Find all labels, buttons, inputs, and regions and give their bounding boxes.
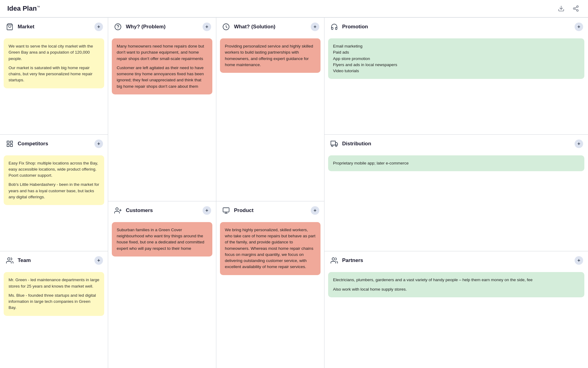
why-problem-content: Many homeowners need home repairs done b…	[108, 36, 216, 201]
what-solution-content: Providing personalized service and highl…	[216, 36, 324, 201]
team-title: Team	[18, 257, 91, 264]
competitors-title: Competitors	[18, 141, 91, 147]
promotion-card: Email marketingPaid adsApp store promoti…	[328, 38, 584, 79]
section-why-problem: Why? (Problem) + Many homeowners need ho…	[108, 18, 216, 201]
competitors-content: Easy Fix Shop: multiple locations across…	[0, 153, 108, 251]
distribution-icon	[329, 139, 339, 149]
canvas: Market + We want to serve the local city…	[0, 17, 588, 368]
market-title: Market	[18, 24, 91, 30]
market-card: We want to serve the local city market w…	[4, 38, 104, 88]
promotion-title: Promotion	[342, 24, 572, 30]
svg-rect-7	[7, 141, 9, 143]
svg-point-11	[8, 258, 10, 260]
column-right: Promotion + Email marketingPaid adsApp s…	[324, 18, 588, 368]
distribution-content: Proprietary mobile app; later e-commerce	[324, 153, 588, 251]
svg-point-25	[332, 258, 335, 260]
partners-content: Electricians, plumbers, gardeners and a …	[324, 270, 588, 368]
distribution-header: Distribution +	[324, 135, 588, 153]
distribution-add-button[interactable]: +	[575, 140, 583, 148]
product-card: We bring highly personalized, skilled wo…	[220, 222, 321, 275]
competitors-card: Easy Fix Shop: multiple locations across…	[4, 155, 104, 205]
column-middle-right: What? (Solution) + Providing personalize…	[216, 18, 324, 368]
promotion-add-button[interactable]: +	[575, 23, 583, 31]
distribution-title: Distribution	[342, 141, 572, 147]
what-solution-card: Providing personalized service and highl…	[220, 38, 321, 73]
svg-point-24	[335, 145, 337, 147]
why-problem-card: Many homeowners need home repairs done b…	[112, 38, 212, 94]
partners-icon	[329, 256, 339, 265]
app-title: Idea Plan™	[7, 5, 40, 12]
section-product: Product + We bring highly personalized, …	[216, 201, 324, 368]
why-problem-title: Why? (Problem)	[126, 24, 200, 30]
app-header: Idea Plan™	[0, 0, 588, 17]
section-partners: Partners + Electricians, plumbers, garde…	[324, 251, 588, 368]
what-solution-title: What? (Solution)	[234, 24, 308, 30]
svg-point-23	[331, 145, 333, 147]
distribution-card: Proprietary mobile app; later e-commerce	[328, 155, 584, 171]
why-problem-header: Why? (Problem) +	[108, 18, 216, 36]
why-problem-icon	[113, 22, 123, 32]
section-distribution: Distribution + Proprietary mobile app; l…	[324, 135, 588, 252]
share-button[interactable]	[571, 4, 581, 13]
team-content: Mr. Green - led maintenance departments …	[0, 270, 108, 368]
customers-title: Customers	[126, 207, 200, 214]
what-solution-add-button[interactable]: +	[311, 23, 319, 31]
svg-rect-21	[331, 141, 335, 145]
market-content: We want to serve the local city market w…	[0, 36, 108, 134]
promotion-header: Promotion +	[324, 18, 588, 36]
team-card: Mr. Green - led maintenance departments …	[4, 272, 104, 316]
partners-title: Partners	[342, 257, 572, 264]
team-add-button[interactable]: +	[94, 256, 103, 265]
competitors-header: Competitors +	[0, 135, 108, 153]
svg-line-5	[575, 7, 577, 8]
svg-marker-22	[335, 143, 338, 145]
product-icon	[221, 206, 231, 215]
competitors-icon	[5, 139, 15, 149]
customers-add-button[interactable]: +	[203, 206, 211, 215]
product-header: Product +	[216, 201, 324, 220]
header-icons	[556, 4, 581, 13]
column-middle-left: Why? (Problem) + Many homeowners need ho…	[108, 18, 216, 368]
why-problem-add-button[interactable]: +	[203, 23, 211, 31]
market-header: Market +	[0, 18, 108, 36]
download-button[interactable]	[556, 4, 566, 13]
column-left: Market + We want to serve the local city…	[0, 18, 108, 368]
product-title: Product	[234, 207, 308, 214]
product-add-button[interactable]: +	[311, 206, 319, 215]
customers-header: Customers +	[108, 201, 216, 220]
customers-card: Suburban families in a Green Cover neigh…	[112, 222, 212, 257]
section-what-solution: What? (Solution) + Providing personalize…	[216, 18, 324, 201]
section-team: Team + Mr. Green - led maintenance depar…	[0, 251, 108, 368]
product-content: We bring highly personalized, skilled wo…	[216, 220, 324, 368]
svg-line-4	[575, 9, 577, 10]
customers-content: Suburban families in a Green Cover neigh…	[108, 220, 216, 368]
team-icon	[5, 256, 15, 265]
section-customers: Customers + Suburban families in a Green…	[108, 201, 216, 368]
team-header: Team +	[0, 251, 108, 270]
section-competitors: Competitors + Easy Fix Shop: multiple lo…	[0, 135, 108, 252]
svg-rect-18	[223, 208, 229, 212]
what-solution-icon	[221, 22, 231, 32]
market-icon	[5, 22, 15, 32]
svg-rect-9	[7, 144, 9, 147]
promotion-icon	[329, 22, 339, 32]
partners-add-button[interactable]: +	[575, 256, 583, 265]
section-promotion: Promotion + Email marketingPaid adsApp s…	[324, 18, 588, 135]
svg-rect-8	[10, 141, 12, 143]
svg-point-12	[115, 24, 121, 30]
svg-rect-10	[10, 144, 12, 147]
competitors-add-button[interactable]: +	[94, 140, 103, 148]
promotion-content: Email marketingPaid adsApp store promoti…	[324, 36, 588, 134]
what-solution-header: What? (Solution) +	[216, 18, 324, 36]
section-market: Market + We want to serve the local city…	[0, 18, 108, 135]
customers-icon	[113, 206, 123, 215]
market-add-button[interactable]: +	[94, 23, 103, 31]
partners-header: Partners +	[324, 251, 588, 270]
svg-point-14	[116, 208, 118, 210]
partners-card: Electricians, plumbers, gardeners and a …	[328, 272, 584, 297]
